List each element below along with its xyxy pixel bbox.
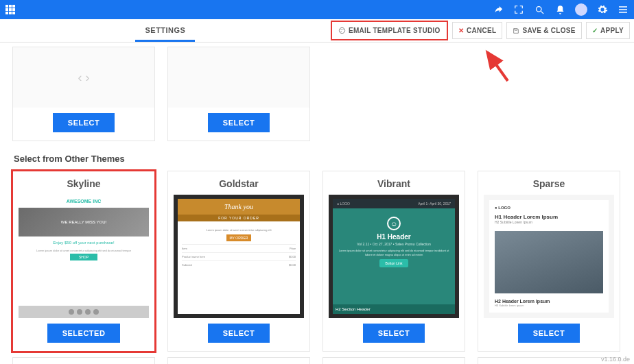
template-preview xyxy=(168,47,309,108)
apply-button[interactable]: ✓APPLY xyxy=(586,22,630,39)
preview-user-icon: ☺ xyxy=(387,217,401,230)
theme-card-vibrant: Vibrant ● LOGOApril 1–April 30, 2017 ☺ H… xyxy=(322,171,465,352)
share-icon[interactable] xyxy=(493,4,504,15)
svg-line-1 xyxy=(541,11,543,14)
cancel-button[interactable]: ✕CANCEL xyxy=(452,22,503,39)
theme-grid-row2: Neopolitan Oxygen Sunday Aurora xyxy=(12,357,622,364)
apply-label: APPLY xyxy=(600,27,624,34)
check-icon: ✓ xyxy=(592,27,598,34)
svg-point-5 xyxy=(340,31,341,32)
theme-preview: ● LOGOApril 1–April 30, 2017 ☺ H1 Header… xyxy=(329,195,459,318)
select-button[interactable]: SELECT xyxy=(208,113,270,132)
cancel-label: CANCEL xyxy=(467,27,496,34)
save-close-label: SAVE & CLOSE xyxy=(522,27,575,34)
theme-grid: Skyline AWESOME INC WE REALLY MISS YOU! … xyxy=(12,171,622,352)
template-card: SELECT xyxy=(167,47,310,141)
theme-card-sparse: Sparse ● LOGO H1 Header Lorem Ipsum H2 S… xyxy=(478,171,620,352)
apps-icon[interactable] xyxy=(5,5,15,14)
theme-title: Sunday xyxy=(322,357,465,364)
theme-card-skyline: Skyline AWESOME INC WE REALLY MISS YOU! … xyxy=(12,171,155,352)
preview-button: SHOP xyxy=(70,254,97,260)
preview-sub: FOR YOUR ORDER xyxy=(178,215,300,221)
preview-topbar: ● LOGOApril 1–April 30, 2017 xyxy=(333,199,455,208)
theme-card-goldstar: Goldstar Thank you FOR YOUR ORDER Lorem … xyxy=(167,171,310,352)
select-button[interactable]: SELECT xyxy=(53,113,115,132)
svg-point-4 xyxy=(342,29,343,29)
theme-title: Aurora xyxy=(478,357,620,364)
preview-hero: WE REALLY MISS YOU! xyxy=(19,208,149,236)
preview-head: Thank you xyxy=(178,199,300,215)
preview-h2: H2 Subtitle Lorem Ipsum xyxy=(495,220,603,224)
chevrons-icon: ‹ › xyxy=(78,71,90,85)
theme-title: Vibrant xyxy=(323,171,465,195)
email-template-studio-button[interactable]: EMAIL TEMPLATE STUDIO xyxy=(333,23,446,38)
svg-point-2 xyxy=(339,27,344,33)
save-icon xyxy=(513,27,519,34)
preview-text: Lorem ipsum dolor sit amet consectetur a… xyxy=(19,249,149,252)
save-close-button[interactable]: SAVE & CLOSE xyxy=(506,22,581,39)
top-bar xyxy=(0,0,634,19)
template-preview: ‹ › xyxy=(13,47,154,108)
template-card: ‹ › SELECT xyxy=(12,47,155,141)
preview-para: Lorem ipsum dolor sit amet consectetur a… xyxy=(336,249,452,256)
preview-h2b: H2 Header Lorem Ipsum xyxy=(495,299,603,304)
bell-icon[interactable] xyxy=(554,4,565,15)
theme-title: Goldstar xyxy=(168,171,309,195)
preview-h1: H1 Header Lorem Ipsum xyxy=(495,214,603,220)
content-area: ‹ › SELECT SELECT Select from Other Them… xyxy=(0,43,634,364)
theme-preview: AWESOME INC WE REALLY MISS YOU! Enjoy $5… xyxy=(19,195,149,318)
search-icon[interactable] xyxy=(534,4,545,15)
preview-content: Lorem ipsum dolor sit amet consectetur a… xyxy=(178,221,300,314)
gear-icon[interactable] xyxy=(597,4,608,15)
theme-title: Sparse xyxy=(478,171,620,195)
svg-point-3 xyxy=(340,29,341,29)
preview-logo: AWESOME INC xyxy=(19,195,149,208)
close-icon: ✕ xyxy=(458,27,464,34)
action-bar: SETTINGS EMAIL TEMPLATE STUDIO ✕CANCEL S… xyxy=(0,19,634,43)
studio-button-label: EMAIL TEMPLATE STUDIO xyxy=(349,27,441,34)
theme-preview: Thank you FOR YOUR ORDER Lorem ipsum dol… xyxy=(174,195,304,318)
preview-button: Button Link xyxy=(379,259,408,267)
annotation-highlight: EMAIL TEMPLATE STUDIO xyxy=(331,21,448,40)
current-theme-row: ‹ › SELECT SELECT xyxy=(12,47,622,141)
preview-meta: Vol 2.11 • Oct 27, 2017 • Sales Promo Co… xyxy=(357,242,431,246)
fullscreen-icon[interactable] xyxy=(513,4,524,15)
menu-icon[interactable] xyxy=(618,4,629,15)
preview-footer xyxy=(19,306,149,318)
preview-main: ☺ H1 Header Vol 2.11 • Oct 27, 2017 • Sa… xyxy=(333,208,455,304)
preview-cta: Enjoy $50 off your next purchase! xyxy=(19,236,149,249)
preview-h2: H2 Section Header xyxy=(333,304,455,314)
avatar[interactable] xyxy=(575,3,587,16)
section-heading: Select from Other Themes xyxy=(14,154,622,164)
theme-title: Oxygen xyxy=(167,357,310,364)
select-button[interactable]: SELECT xyxy=(363,324,425,343)
version-label: v1.16.0.de xyxy=(601,356,630,363)
select-button[interactable]: SELECT xyxy=(208,324,270,343)
palette-icon xyxy=(338,27,346,34)
preview-button: MY ORDER xyxy=(226,234,251,241)
theme-title: Skyline xyxy=(13,171,154,195)
preview-image xyxy=(495,231,603,293)
preview-h1: H1 Header xyxy=(377,233,410,241)
preview-logo: ● LOGO xyxy=(495,206,603,210)
preview-sub: H3 Subtitle lorem ipsum xyxy=(495,304,603,307)
selected-button[interactable]: SELECTED xyxy=(47,324,121,343)
tab-settings[interactable]: SETTINGS xyxy=(135,19,195,42)
svg-point-0 xyxy=(536,6,541,12)
theme-preview: ● LOGO H1 Header Lorem Ipsum H2 Subtitle… xyxy=(484,195,614,318)
theme-title: Neopolitan xyxy=(12,357,155,364)
select-button[interactable]: SELECT xyxy=(518,324,580,343)
